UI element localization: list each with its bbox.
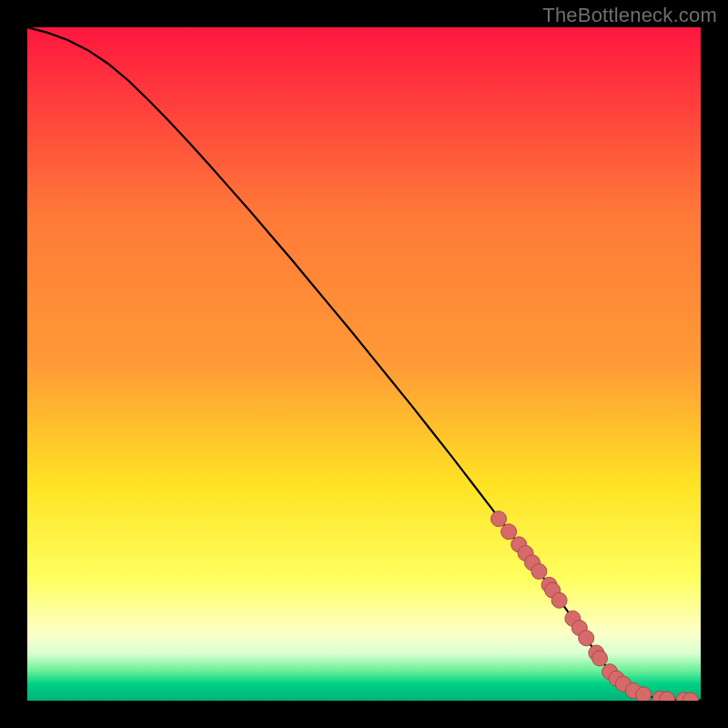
data-point: [531, 563, 547, 579]
chart-plot: [27, 27, 701, 701]
data-point: [491, 511, 507, 527]
attribution-label: TheBottleneck.com: [542, 4, 717, 27]
chart-frame: TheBottleneck.com: [0, 0, 728, 728]
gradient-background: [27, 27, 701, 701]
data-point: [636, 687, 652, 701]
data-point: [592, 651, 608, 666]
data-point: [501, 524, 517, 540]
data-point: [551, 592, 567, 608]
data-point: [579, 631, 594, 646]
